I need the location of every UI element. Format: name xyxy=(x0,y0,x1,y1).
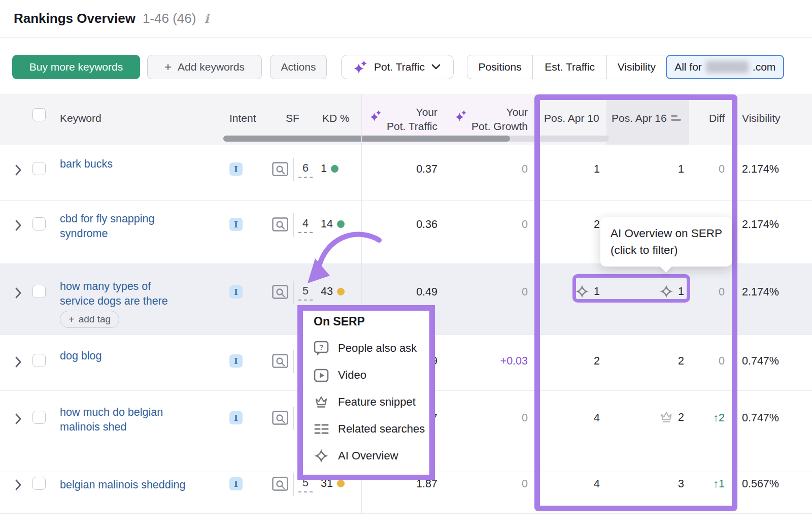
featured-snippet-crown-icon xyxy=(659,410,673,424)
scrollbar-thumb[interactable] xyxy=(223,136,510,142)
pos-apr10-value: 2 xyxy=(539,218,600,231)
pos-apr10-value: 1 xyxy=(539,163,600,176)
pot-traffic-value: 0.37 xyxy=(361,163,437,176)
pos-apr16-value: 1 xyxy=(608,163,684,176)
select-all-checkbox[interactable] xyxy=(32,108,46,121)
related-searches-icon xyxy=(314,421,329,437)
col-pos-apr16[interactable]: Pos. Apr 16 xyxy=(612,112,667,124)
row-checkbox[interactable] xyxy=(32,217,46,230)
feature-snippet-icon xyxy=(314,394,329,410)
expand-row-icon[interactable] xyxy=(15,356,22,368)
video-icon xyxy=(314,368,329,383)
intent-badge[interactable]: I xyxy=(229,411,243,424)
col-intent[interactable]: Intent xyxy=(229,112,256,124)
intent-badge[interactable]: I xyxy=(229,354,243,368)
popup-item-video[interactable]: Video xyxy=(314,361,426,388)
serp-preview-icon[interactable] xyxy=(272,354,288,368)
serp-features-count[interactable]: 4 xyxy=(298,217,313,233)
keyword-link[interactable]: how much do belgian malinois shed xyxy=(60,405,183,435)
row-checkbox[interactable] xyxy=(32,162,46,175)
rankings-overview-page: Rankings Overview 1-46 (46) i Buy more k… xyxy=(0,0,812,529)
info-icon[interactable]: i xyxy=(204,11,209,26)
add-tag-button[interactable]: +add tag xyxy=(60,311,119,328)
expand-row-icon[interactable] xyxy=(15,479,22,490)
pagination-range: 1-46 (46) xyxy=(143,11,196,26)
chevron-down-icon xyxy=(431,64,441,70)
add-keywords-button[interactable]: + Add keywords xyxy=(147,55,262,79)
pot-growth-value: 0 xyxy=(443,163,528,176)
row-checkbox[interactable] xyxy=(32,354,46,367)
serp-preview-icon[interactable] xyxy=(272,162,288,176)
pos-apr16-value[interactable]: 1 xyxy=(608,284,684,299)
actions-button[interactable]: Actions xyxy=(270,55,327,79)
tab-all-for-domain[interactable]: All for .com xyxy=(666,55,784,79)
ai-overview-icon xyxy=(659,284,673,299)
pos-apr16-value: 2 xyxy=(608,355,684,368)
keyword-link[interactable]: cbd for fly snapping syndrome xyxy=(60,212,183,241)
intent-badge[interactable]: I xyxy=(229,285,243,299)
visibility-value: 0.747% xyxy=(742,355,779,368)
visibility-value: 0.747% xyxy=(742,412,779,424)
keyword-link[interactable]: dog blog xyxy=(60,349,183,363)
keyword-link[interactable]: how many types of service dogs are there xyxy=(60,279,183,309)
col-pot-growth[interactable]: Your Pot. Growth xyxy=(461,105,528,134)
divider xyxy=(293,213,294,237)
visibility-value: 2.174% xyxy=(742,286,779,299)
serp-features-count[interactable]: 6 xyxy=(298,162,313,178)
people-also-ask-icon: ? xyxy=(314,341,329,356)
serp-preview-icon[interactable] xyxy=(272,477,288,491)
buy-more-keywords-button[interactable]: Buy more keywords xyxy=(12,55,140,79)
col-sf[interactable]: SF xyxy=(286,112,299,124)
pot-traffic-value: 0.49 xyxy=(361,286,437,299)
view-switcher: Positions Est. Traffic Visibility All fo… xyxy=(467,55,784,79)
col-pot-traffic[interactable]: Your Pot. Traffic xyxy=(376,105,437,134)
col-diff[interactable]: Diff xyxy=(690,112,725,124)
ai-overview-tooltip: AI Overview on SERP (click to filter) xyxy=(600,217,732,267)
tab-visibility[interactable]: Visibility xyxy=(607,55,666,79)
on-serp-popup: On SERP ? People also ask Video Feature … xyxy=(297,305,435,480)
kd-cell: 1 xyxy=(321,162,339,175)
col-pos-apr10[interactable]: Pos. Apr 10 xyxy=(544,112,599,124)
popup-item-ai-overview[interactable]: AI Overview xyxy=(314,442,426,469)
plus-icon: + xyxy=(69,314,75,324)
kd-difficulty-dot xyxy=(337,480,345,487)
divider xyxy=(293,473,294,496)
keyword-link[interactable]: belgian malinois shedding xyxy=(60,478,212,492)
intent-badge[interactable]: I xyxy=(229,218,243,231)
tab-positions[interactable]: Positions xyxy=(467,55,533,79)
pot-growth-value: 0 xyxy=(443,478,528,490)
col-visibility[interactable]: Visibility xyxy=(742,112,780,124)
pot-growth-value: 0 xyxy=(443,218,528,231)
pos-apr10-value[interactable]: 1 xyxy=(539,284,600,299)
serp-preview-icon[interactable] xyxy=(272,217,288,232)
visibility-value: 2.174% xyxy=(742,163,779,176)
tab-est-traffic[interactable]: Est. Traffic xyxy=(533,55,607,79)
sort-descending-icon[interactable] xyxy=(671,114,682,122)
keyword-link[interactable]: bark bucks xyxy=(60,157,183,172)
serp-features-count[interactable]: 5 xyxy=(298,285,313,301)
expand-row-icon[interactable] xyxy=(15,413,22,424)
expand-row-icon[interactable] xyxy=(15,164,22,176)
table-header: Keyword Intent SF KD % Your Pot. Traffic… xyxy=(0,94,812,145)
row-checkbox[interactable] xyxy=(32,285,46,298)
popup-item-people-also-ask[interactable]: ? People also ask xyxy=(314,335,426,361)
kd-difficulty-dot xyxy=(337,220,345,228)
row-checkbox[interactable] xyxy=(32,477,46,490)
serp-preview-icon[interactable] xyxy=(272,285,288,299)
divider xyxy=(293,407,294,430)
popup-item-feature-snippet[interactable]: Feature snippet xyxy=(314,388,426,415)
intent-badge[interactable]: I xyxy=(229,477,243,490)
horizontal-scrollbar[interactable] xyxy=(223,136,609,142)
pos-apr10-value: 4 xyxy=(539,412,600,424)
popup-item-related-searches[interactable]: Related searches xyxy=(314,415,426,442)
serp-preview-icon[interactable] xyxy=(272,411,288,425)
row-checkbox[interactable] xyxy=(32,411,46,424)
pos-apr16-value: 2 xyxy=(608,410,684,424)
col-kd[interactable]: KD % xyxy=(322,112,350,124)
col-keyword[interactable]: Keyword xyxy=(60,112,101,124)
intent-badge[interactable]: I xyxy=(229,162,243,176)
expand-row-icon[interactable] xyxy=(15,287,22,299)
metric-dropdown[interactable]: Pot. Traffic xyxy=(341,55,454,79)
visibility-value: 0.567% xyxy=(742,478,779,490)
expand-row-icon[interactable] xyxy=(15,220,22,231)
